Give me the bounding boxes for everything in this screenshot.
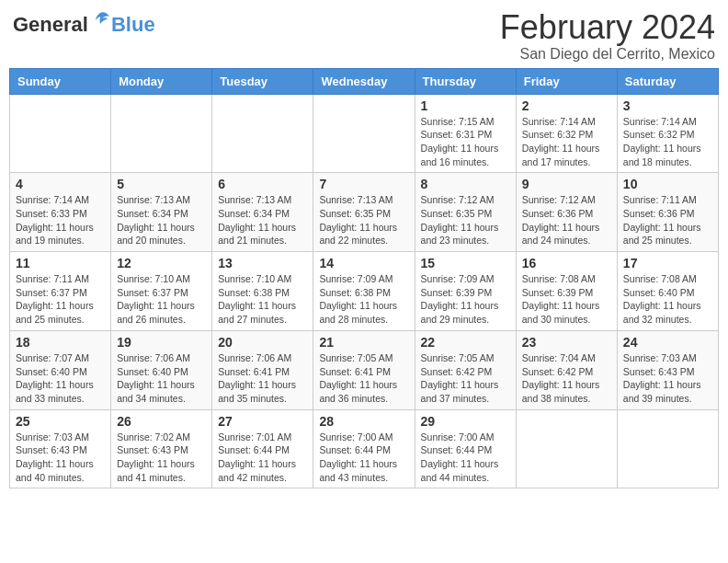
calendar-day-cell	[10, 94, 111, 173]
day-number: 28	[319, 414, 408, 429]
day-of-week-header: Wednesday	[313, 68, 415, 94]
calendar-day-cell: 29Sunrise: 7:00 AM Sunset: 6:44 PM Dayli…	[415, 409, 516, 488]
day-info: Sunrise: 7:14 AM Sunset: 6:32 PM Dayligh…	[522, 115, 611, 169]
calendar-day-cell: 3Sunrise: 7:14 AM Sunset: 6:32 PM Daylig…	[617, 94, 718, 173]
calendar-day-cell: 23Sunrise: 7:04 AM Sunset: 6:42 PM Dayli…	[516, 330, 617, 409]
day-number: 5	[117, 177, 206, 191]
calendar-day-cell: 15Sunrise: 7:09 AM Sunset: 6:39 PM Dayli…	[415, 252, 516, 331]
calendar-day-cell: 20Sunrise: 7:06 AM Sunset: 6:41 PM Dayli…	[212, 330, 313, 409]
day-info: Sunrise: 7:10 AM Sunset: 6:37 PM Dayligh…	[117, 272, 206, 327]
day-of-week-header: Thursday	[415, 68, 516, 94]
calendar-day-cell: 26Sunrise: 7:02 AM Sunset: 6:43 PM Dayli…	[111, 409, 212, 488]
day-number: 24	[623, 335, 712, 350]
day-info: Sunrise: 7:12 AM Sunset: 6:36 PM Dayligh…	[522, 193, 611, 247]
day-number: 4	[16, 177, 105, 191]
day-info: Sunrise: 7:00 AM Sunset: 6:44 PM Dayligh…	[421, 431, 510, 485]
calendar-day-cell: 5Sunrise: 7:13 AM Sunset: 6:34 PM Daylig…	[111, 173, 212, 252]
day-info: Sunrise: 7:15 AM Sunset: 6:31 PM Dayligh…	[421, 115, 510, 169]
day-number: 22	[421, 335, 510, 350]
logo: General Blue	[13, 9, 155, 35]
calendar-week-row: 1Sunrise: 7:15 AM Sunset: 6:31 PM Daylig…	[10, 94, 719, 173]
day-info: Sunrise: 7:08 AM Sunset: 6:40 PM Dayligh…	[623, 272, 712, 327]
logo-bird-icon	[91, 9, 111, 33]
calendar-day-cell: 18Sunrise: 7:07 AM Sunset: 6:40 PM Dayli…	[10, 330, 111, 409]
day-info: Sunrise: 7:01 AM Sunset: 6:44 PM Dayligh…	[218, 431, 307, 485]
day-info: Sunrise: 7:00 AM Sunset: 6:44 PM Dayligh…	[319, 431, 408, 485]
calendar-day-cell	[111, 94, 212, 173]
day-info: Sunrise: 7:13 AM Sunset: 6:35 PM Dayligh…	[319, 193, 408, 247]
day-number: 8	[421, 177, 510, 191]
day-number: 26	[117, 414, 206, 429]
main-title: February 2024	[500, 9, 715, 46]
day-of-week-header: Tuesday	[212, 68, 313, 94]
calendar-week-row: 4Sunrise: 7:14 AM Sunset: 6:33 PM Daylig…	[10, 173, 719, 252]
calendar-table: SundayMondayTuesdayWednesdayThursdayFrid…	[9, 68, 719, 489]
day-info: Sunrise: 7:14 AM Sunset: 6:33 PM Dayligh…	[16, 193, 105, 247]
calendar-day-cell: 17Sunrise: 7:08 AM Sunset: 6:40 PM Dayli…	[617, 252, 718, 331]
calendar-day-cell: 13Sunrise: 7:10 AM Sunset: 6:38 PM Dayli…	[212, 252, 313, 331]
day-of-week-header: Saturday	[617, 68, 718, 94]
day-info: Sunrise: 7:06 AM Sunset: 6:41 PM Dayligh…	[218, 351, 307, 406]
title-section: February 2024 San Diego del Cerrito, Mex…	[500, 9, 715, 63]
day-number: 23	[522, 335, 611, 350]
calendar-day-cell: 16Sunrise: 7:08 AM Sunset: 6:39 PM Dayli…	[516, 252, 617, 331]
day-number: 9	[522, 177, 611, 191]
day-info: Sunrise: 7:04 AM Sunset: 6:42 PM Dayligh…	[522, 351, 611, 406]
calendar-week-row: 11Sunrise: 7:11 AM Sunset: 6:37 PM Dayli…	[10, 252, 719, 331]
calendar-day-cell	[212, 94, 313, 173]
day-of-week-header: Monday	[111, 68, 212, 94]
day-info: Sunrise: 7:14 AM Sunset: 6:32 PM Dayligh…	[623, 115, 712, 169]
day-number: 12	[117, 256, 206, 270]
calendar-header-row: SundayMondayTuesdayWednesdayThursdayFrid…	[10, 68, 719, 94]
calendar-day-cell: 2Sunrise: 7:14 AM Sunset: 6:32 PM Daylig…	[516, 94, 617, 173]
day-info: Sunrise: 7:08 AM Sunset: 6:39 PM Dayligh…	[522, 272, 611, 327]
day-info: Sunrise: 7:13 AM Sunset: 6:34 PM Dayligh…	[218, 193, 307, 247]
day-info: Sunrise: 7:12 AM Sunset: 6:35 PM Dayligh…	[421, 193, 510, 247]
day-info: Sunrise: 7:13 AM Sunset: 6:34 PM Dayligh…	[117, 193, 206, 247]
day-number: 18	[16, 335, 105, 350]
calendar-day-cell	[617, 409, 718, 488]
day-info: Sunrise: 7:11 AM Sunset: 6:37 PM Dayligh…	[16, 272, 105, 327]
day-info: Sunrise: 7:09 AM Sunset: 6:38 PM Dayligh…	[319, 272, 408, 327]
calendar-day-cell: 25Sunrise: 7:03 AM Sunset: 6:43 PM Dayli…	[10, 409, 111, 488]
calendar-day-cell: 11Sunrise: 7:11 AM Sunset: 6:37 PM Dayli…	[10, 252, 111, 331]
day-number: 1	[421, 98, 510, 113]
calendar-week-row: 25Sunrise: 7:03 AM Sunset: 6:43 PM Dayli…	[10, 409, 719, 488]
day-number: 21	[319, 335, 408, 350]
day-info: Sunrise: 7:10 AM Sunset: 6:38 PM Dayligh…	[218, 272, 307, 327]
calendar-day-cell: 19Sunrise: 7:06 AM Sunset: 6:40 PM Dayli…	[111, 330, 212, 409]
calendar-day-cell: 28Sunrise: 7:00 AM Sunset: 6:44 PM Dayli…	[313, 409, 415, 488]
calendar-day-cell: 7Sunrise: 7:13 AM Sunset: 6:35 PM Daylig…	[313, 173, 415, 252]
calendar-day-cell: 12Sunrise: 7:10 AM Sunset: 6:37 PM Dayli…	[111, 252, 212, 331]
day-of-week-header: Friday	[516, 68, 617, 94]
calendar-day-cell: 4Sunrise: 7:14 AM Sunset: 6:33 PM Daylig…	[10, 173, 111, 252]
calendar-day-cell: 10Sunrise: 7:11 AM Sunset: 6:36 PM Dayli…	[617, 173, 718, 252]
day-info: Sunrise: 7:09 AM Sunset: 6:39 PM Dayligh…	[421, 272, 510, 327]
day-info: Sunrise: 7:02 AM Sunset: 6:43 PM Dayligh…	[117, 431, 206, 485]
day-number: 19	[117, 335, 206, 350]
logo-blue-text: Blue	[111, 15, 155, 35]
day-number: 2	[522, 98, 611, 113]
day-number: 11	[16, 256, 105, 270]
day-info: Sunrise: 7:05 AM Sunset: 6:41 PM Dayligh…	[319, 351, 408, 406]
day-number: 16	[522, 256, 611, 270]
calendar-day-cell: 27Sunrise: 7:01 AM Sunset: 6:44 PM Dayli…	[212, 409, 313, 488]
day-number: 7	[319, 177, 408, 191]
day-info: Sunrise: 7:06 AM Sunset: 6:40 PM Dayligh…	[117, 351, 206, 406]
day-info: Sunrise: 7:11 AM Sunset: 6:36 PM Dayligh…	[623, 193, 712, 247]
day-info: Sunrise: 7:07 AM Sunset: 6:40 PM Dayligh…	[16, 351, 105, 406]
day-number: 20	[218, 335, 307, 350]
calendar-day-cell: 1Sunrise: 7:15 AM Sunset: 6:31 PM Daylig…	[415, 94, 516, 173]
day-number: 29	[421, 414, 510, 429]
day-info: Sunrise: 7:03 AM Sunset: 6:43 PM Dayligh…	[16, 431, 105, 485]
header: General Blue February 2024 San Diego del…	[9, 9, 719, 63]
day-number: 10	[623, 177, 712, 191]
subtitle: San Diego del Cerrito, Mexico	[500, 46, 715, 63]
day-of-week-header: Sunday	[10, 68, 111, 94]
calendar-day-cell: 8Sunrise: 7:12 AM Sunset: 6:35 PM Daylig…	[415, 173, 516, 252]
calendar-week-row: 18Sunrise: 7:07 AM Sunset: 6:40 PM Dayli…	[10, 330, 719, 409]
calendar-day-cell: 14Sunrise: 7:09 AM Sunset: 6:38 PM Dayli…	[313, 252, 415, 331]
logo-general-text: General	[13, 15, 88, 35]
day-number: 25	[16, 414, 105, 429]
calendar-day-cell: 22Sunrise: 7:05 AM Sunset: 6:42 PM Dayli…	[415, 330, 516, 409]
